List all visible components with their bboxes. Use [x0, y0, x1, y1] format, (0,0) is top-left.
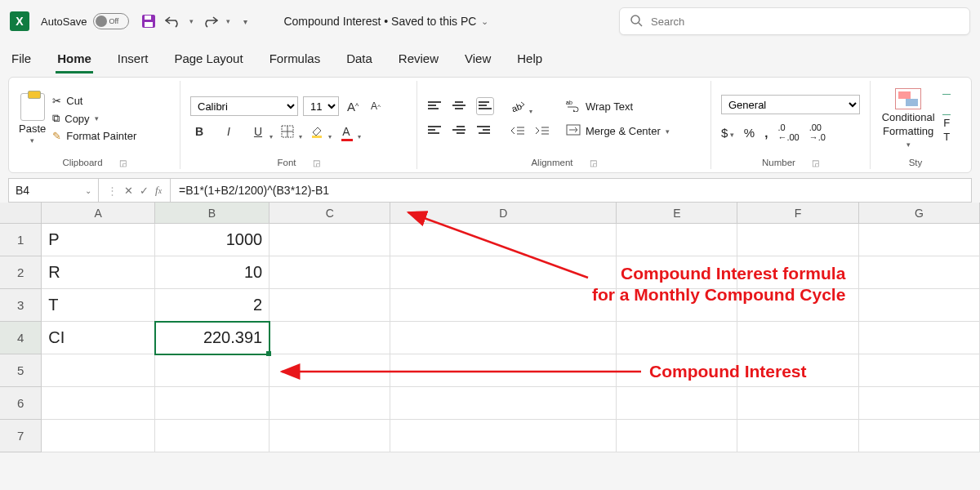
- copy-button[interactable]: ⧉ Copy ▾: [52, 112, 136, 125]
- cell-c2[interactable]: [270, 256, 390, 289]
- orientation-button[interactable]: ab: [509, 97, 527, 115]
- qat-customize-icon[interactable]: ▾: [243, 17, 247, 26]
- undo-dropdown-icon[interactable]: ▾: [189, 17, 194, 25]
- cell-e1[interactable]: [617, 224, 737, 256]
- bold-button[interactable]: B: [190, 122, 208, 140]
- cell-d6[interactable]: [390, 387, 617, 420]
- cell-a6[interactable]: [42, 387, 154, 420]
- cell-b3[interactable]: 2: [155, 289, 270, 322]
- cell-f2[interactable]: [737, 256, 858, 289]
- cell-f1[interactable]: [737, 224, 858, 256]
- cell-f3[interactable]: [737, 289, 858, 322]
- row-header-1[interactable]: 1: [0, 224, 42, 256]
- cell-f4[interactable]: [737, 322, 858, 354]
- row-header-7[interactable]: 7: [0, 420, 42, 452]
- cell-c6[interactable]: [270, 387, 390, 420]
- italic-button[interactable]: I: [220, 122, 238, 140]
- cell-g2[interactable]: [859, 256, 980, 289]
- row-header-5[interactable]: 5: [0, 354, 42, 387]
- col-header-e[interactable]: E: [617, 203, 737, 223]
- merge-center-button[interactable]: Merge & Center ▾: [566, 124, 670, 138]
- tab-insert[interactable]: Insert: [116, 47, 150, 74]
- cell-f6[interactable]: [737, 387, 858, 420]
- align-left-icon[interactable]: [427, 122, 445, 140]
- cell-c3[interactable]: [270, 289, 390, 322]
- cell-g6[interactable]: [859, 387, 980, 420]
- cell-g3[interactable]: [859, 289, 980, 322]
- conditional-formatting-button[interactable]: Conditional Formatting ▾: [880, 88, 936, 149]
- row-header-6[interactable]: 6: [0, 387, 42, 420]
- cell-d2[interactable]: [390, 256, 617, 289]
- cell-f5[interactable]: [737, 354, 858, 387]
- tab-help[interactable]: Help: [515, 47, 544, 74]
- borders-button[interactable]: [278, 122, 296, 140]
- align-top-icon[interactable]: [427, 97, 445, 115]
- select-all-corner[interactable]: [0, 203, 42, 223]
- cell-e2[interactable]: [617, 256, 737, 289]
- cell-e5[interactable]: [617, 354, 737, 387]
- decrease-indent-icon[interactable]: [509, 122, 527, 140]
- format-painter-button[interactable]: ✎ Format Painter: [52, 130, 136, 142]
- undo-icon[interactable]: [165, 13, 181, 29]
- align-bottom-icon[interactable]: [476, 97, 494, 115]
- paste-button[interactable]: Paste ▾: [19, 93, 46, 145]
- col-header-b[interactable]: B: [155, 203, 270, 223]
- cell-d4[interactable]: [390, 322, 617, 354]
- col-header-a[interactable]: A: [42, 203, 154, 223]
- document-title[interactable]: Compound Interest • Saved to this PC ⌄: [283, 15, 488, 28]
- increase-decimal-icon[interactable]: .0←.00: [777, 122, 799, 142]
- row-header-4[interactable]: 4: [0, 322, 42, 354]
- col-header-d[interactable]: D: [390, 203, 617, 223]
- number-format-select[interactable]: General: [721, 95, 860, 114]
- cell-a5[interactable]: [42, 354, 154, 387]
- increase-indent-icon[interactable]: [533, 122, 551, 140]
- cell-a2[interactable]: R: [42, 256, 154, 289]
- cell-b5[interactable]: [155, 354, 270, 387]
- cancel-icon[interactable]: ✕: [124, 185, 133, 197]
- font-launcher-icon[interactable]: ◲: [313, 158, 320, 167]
- tab-review[interactable]: Review: [397, 47, 440, 74]
- cell-d7[interactable]: [390, 420, 617, 452]
- autosave-toggle[interactable]: Off: [93, 13, 129, 29]
- fx-icon[interactable]: fx: [155, 184, 162, 197]
- redo-dropdown-icon[interactable]: ▾: [226, 17, 230, 25]
- cell-e3[interactable]: [617, 289, 737, 322]
- row-header-3[interactable]: 3: [0, 289, 42, 322]
- redo-icon[interactable]: [202, 13, 218, 29]
- search-box[interactable]: Search: [619, 7, 970, 35]
- cell-a7[interactable]: [42, 420, 154, 452]
- tab-page-layout[interactable]: Page Layout: [172, 47, 244, 74]
- cell-g4[interactable]: [859, 322, 980, 354]
- cell-g7[interactable]: [859, 420, 980, 452]
- cell-e4[interactable]: [617, 322, 737, 354]
- cell-a4[interactable]: CI: [42, 322, 154, 354]
- row-header-2[interactable]: 2: [0, 256, 42, 289]
- name-box[interactable]: B4 ⌄: [9, 179, 99, 202]
- cell-g1[interactable]: [859, 224, 980, 256]
- cell-c5[interactable]: [270, 354, 390, 387]
- col-header-g[interactable]: G: [859, 203, 980, 223]
- cell-b2[interactable]: 10: [155, 256, 270, 289]
- cell-d1[interactable]: [390, 224, 617, 256]
- cell-a3[interactable]: T: [42, 289, 154, 322]
- cell-e7[interactable]: [617, 420, 737, 452]
- autosave-control[interactable]: AutoSave Off: [41, 13, 129, 29]
- clipboard-launcher-icon[interactable]: ◲: [119, 158, 127, 167]
- alignment-launcher-icon[interactable]: ◲: [590, 158, 597, 167]
- cell-g5[interactable]: [859, 354, 980, 387]
- cell-b1[interactable]: 1000: [155, 224, 270, 256]
- font-name-select[interactable]: Calibri: [190, 96, 298, 116]
- cell-f7[interactable]: [737, 420, 858, 452]
- currency-button[interactable]: $ ▾: [721, 126, 734, 140]
- cell-b4[interactable]: 220.391: [155, 322, 270, 354]
- wrap-text-button[interactable]: ab Wrap Text: [566, 99, 670, 114]
- decrease-decimal-icon[interactable]: .00→.0: [809, 122, 826, 142]
- cell-a1[interactable]: P: [42, 224, 154, 256]
- increase-font-icon[interactable]: A^: [344, 97, 362, 115]
- cell-d3[interactable]: [390, 289, 617, 322]
- percent-button[interactable]: %: [744, 126, 755, 140]
- font-size-select[interactable]: 11: [303, 96, 339, 116]
- col-header-c[interactable]: C: [270, 203, 390, 223]
- formula-input[interactable]: =B1*(1+B2/1200)^(B3*12)-B1: [171, 179, 971, 202]
- number-launcher-icon[interactable]: ◲: [812, 158, 819, 167]
